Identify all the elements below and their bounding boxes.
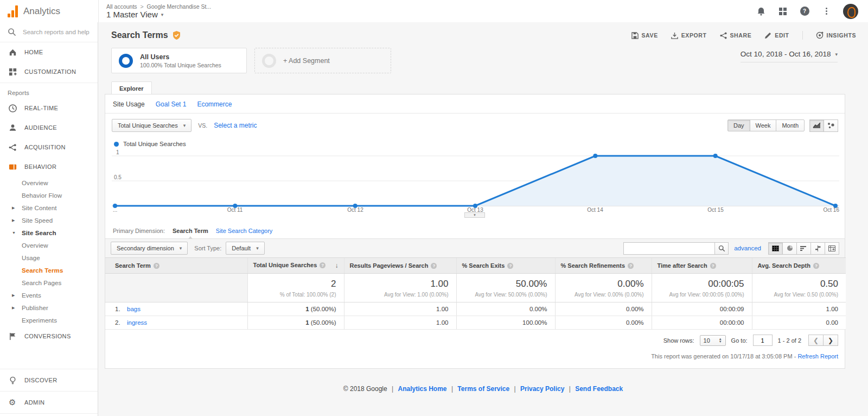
column-header-search-refinements[interactable]: % Search Refinements? bbox=[555, 258, 652, 274]
help-icon[interactable]: ? bbox=[813, 263, 819, 269]
edit-button[interactable]: EDIT bbox=[764, 32, 789, 39]
report-generated-text: This report was generated on 10/17/18 at… bbox=[651, 353, 796, 360]
footer-link-terms[interactable]: Terms of Service bbox=[457, 385, 509, 393]
row-index: 1. bbox=[115, 306, 127, 312]
table-view-button[interactable] bbox=[768, 242, 783, 255]
subtab-site-usage[interactable]: Site Usage bbox=[113, 100, 145, 108]
axis-scroll-marker[interactable]: ▼ bbox=[464, 212, 485, 218]
tab-explorer[interactable]: Explorer bbox=[111, 81, 152, 94]
comparison-view-button[interactable] bbox=[810, 242, 825, 255]
secondary-dimension-dropdown[interactable]: Secondary dimension ▾ bbox=[111, 242, 188, 255]
sidebar-item-site-speed[interactable]: ▶Site Speed bbox=[0, 214, 98, 226]
sidebar-item-behavior-overview[interactable]: Overview bbox=[0, 177, 98, 189]
breadcrumb-account[interactable]: Google Merchandise St... bbox=[147, 3, 211, 10]
column-header-total-unique-searches[interactable]: Total Unique Searches?↓ bbox=[247, 258, 344, 274]
motion-chart-view-button[interactable] bbox=[824, 119, 838, 132]
sidebar-item-conversions[interactable]: CONVERSIONS bbox=[0, 326, 98, 346]
advanced-filter-link[interactable]: advanced bbox=[734, 245, 761, 251]
show-rows-select[interactable]: 10 ▲▼ bbox=[700, 335, 726, 346]
more-menu-icon[interactable] bbox=[821, 7, 831, 16]
sidebar-search[interactable] bbox=[0, 22, 98, 42]
table-search-button[interactable] bbox=[714, 242, 729, 255]
goto-page-input[interactable] bbox=[753, 335, 773, 346]
date-range-selector[interactable]: Oct 10, 2018 - Oct 16, 2018 ▾ bbox=[741, 50, 838, 62]
save-button[interactable]: SAVE bbox=[631, 32, 658, 39]
help-icon[interactable]: ? bbox=[320, 262, 326, 268]
footer-link-analytics-home[interactable]: Analytics Home bbox=[398, 385, 447, 393]
analytics-logo[interactable]: Analytics bbox=[0, 5, 98, 17]
sidebar-item-discover[interactable]: DISCOVER bbox=[0, 370, 98, 390]
x-axis-tick: Oct 15 bbox=[699, 207, 732, 213]
search-input[interactable] bbox=[23, 29, 93, 35]
primary-dimension-search-term[interactable]: Search Term bbox=[173, 228, 208, 234]
sidebar-item-search-pages[interactable]: Search Pages bbox=[0, 276, 98, 289]
sidebar-item-behavior[interactable]: BEHAVIOR bbox=[0, 157, 98, 177]
footer-link-privacy[interactable]: Privacy Policy bbox=[520, 385, 564, 393]
sidebar-item-site-content[interactable]: ▶Site Content bbox=[0, 201, 98, 214]
line-chart-view-button[interactable] bbox=[809, 119, 824, 132]
metric-dropdown[interactable]: Total Unique Searches ▾ bbox=[112, 119, 192, 132]
gear-icon: ⚙ bbox=[8, 398, 17, 407]
previous-page-button[interactable]: ❮ bbox=[808, 335, 824, 346]
column-header-avg-search-depth[interactable]: Avg. Search Depth? bbox=[752, 258, 846, 274]
performance-view-button[interactable] bbox=[796, 242, 811, 255]
timeseries-chart[interactable]: 1 0.5 ... Oct 11 Oct 12 Oct 13 Oct 14 Oc… bbox=[112, 149, 838, 221]
add-segment-button[interactable]: + Add Segment bbox=[254, 48, 391, 73]
apps-grid-icon[interactable] bbox=[778, 7, 788, 16]
chevron-down-icon: ▾ bbox=[256, 245, 259, 251]
help-icon[interactable]: ? bbox=[507, 263, 513, 269]
next-page-button[interactable]: ❯ bbox=[823, 335, 838, 346]
column-header-search-term[interactable]: Search Term? bbox=[105, 258, 247, 274]
help-icon[interactable]: ? bbox=[431, 263, 437, 269]
user-avatar[interactable] bbox=[843, 4, 858, 19]
column-header-time-after-search[interactable]: Time after Search? bbox=[652, 258, 752, 274]
help-icon[interactable]: ? bbox=[154, 263, 159, 269]
granularity-week-button[interactable]: Week bbox=[750, 119, 777, 131]
sort-type-dropdown[interactable]: Default ▾ bbox=[226, 242, 264, 255]
sidebar-item-admin[interactable]: ⚙ ADMIN bbox=[0, 393, 98, 412]
column-header-search-exits[interactable]: % Search Exits? bbox=[456, 258, 555, 274]
acquisition-icon bbox=[8, 143, 17, 152]
sidebar-item-realtime[interactable]: REAL-TIME bbox=[0, 98, 98, 118]
notifications-bell-icon[interactable] bbox=[756, 7, 766, 16]
analytics-logo-icon bbox=[8, 5, 18, 17]
table-filter-input[interactable] bbox=[623, 242, 714, 255]
help-icon[interactable]: ? bbox=[800, 7, 809, 16]
sidebar-item-publisher[interactable]: ▶Publisher bbox=[0, 301, 98, 314]
percentage-view-button[interactable] bbox=[782, 242, 797, 255]
share-button[interactable]: SHARE bbox=[720, 32, 752, 39]
breadcrumb-root[interactable]: All accounts bbox=[106, 3, 137, 10]
view-selector[interactable]: 1 Master View ▾ bbox=[106, 10, 211, 19]
footer-link-feedback[interactable]: Send Feedback bbox=[575, 385, 623, 393]
sidebar-item-site-search[interactable]: ▼Site Search bbox=[0, 226, 98, 239]
help-icon[interactable]: ? bbox=[628, 263, 634, 269]
search-term-link[interactable]: bags bbox=[127, 306, 141, 312]
sidebar-item-label: CUSTOMIZATION bbox=[24, 68, 76, 75]
refresh-report-link[interactable]: Refresh Report bbox=[797, 353, 838, 360]
select-metric-link[interactable]: Select a metric bbox=[214, 122, 257, 129]
sidebar-item-customization[interactable]: CUSTOMIZATION bbox=[0, 62, 98, 81]
primary-dimension-site-search-category[interactable]: Site Search Category bbox=[216, 228, 273, 234]
sidebar-item-home[interactable]: HOME bbox=[0, 42, 98, 62]
column-header-results-pageviews[interactable]: Results Pageviews / Search? bbox=[344, 258, 456, 274]
subtab-ecommerce[interactable]: Ecommerce bbox=[197, 100, 232, 108]
sidebar-item-usage[interactable]: Usage bbox=[0, 251, 98, 264]
sidebar-item-audience[interactable]: AUDIENCE bbox=[0, 118, 98, 137]
pivot-view-button[interactable] bbox=[825, 242, 839, 255]
segment-all-users[interactable]: All Users 100.00% Total Unique Searches bbox=[111, 48, 247, 73]
subtab-goal-set-1[interactable]: Goal Set 1 bbox=[156, 100, 187, 108]
export-button[interactable]: EXPORT bbox=[671, 32, 707, 39]
breadcrumb[interactable]: All accounts > Google Merchandise St... bbox=[106, 3, 211, 10]
help-icon[interactable]: ? bbox=[710, 263, 716, 269]
sidebar-item-search-terms[interactable]: Search Terms bbox=[0, 264, 98, 276]
sidebar-item-site-search-overview[interactable]: Overview bbox=[0, 239, 98, 251]
sidebar-item-acquisition[interactable]: ACQUISITION bbox=[0, 137, 98, 157]
granularity-day-button[interactable]: Day bbox=[727, 119, 750, 131]
sidebar-item-events[interactable]: ▶Events bbox=[0, 289, 98, 301]
sidebar-item-experiments[interactable]: Experiments bbox=[0, 314, 98, 326]
sidebar-item-behavior-flow[interactable]: Behavior Flow bbox=[0, 189, 98, 201]
search-term-link[interactable]: ingress bbox=[127, 319, 147, 326]
insights-button[interactable]: INSIGHTS bbox=[816, 31, 856, 39]
granularity-month-button[interactable]: Month bbox=[776, 119, 805, 131]
sidebar: HOME CUSTOMIZATION Reports REAL-TIME AUD… bbox=[0, 22, 98, 416]
